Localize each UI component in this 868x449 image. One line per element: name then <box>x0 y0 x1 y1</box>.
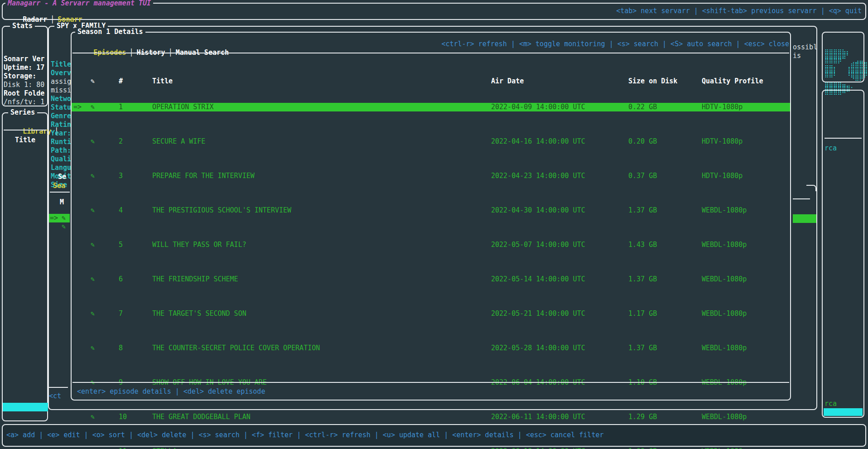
episode-number: 1 <box>119 103 152 111</box>
series-list-item[interactable]: Fruits <box>3 308 48 317</box>
series-list-item[interactable]: Storm o <box>3 162 48 170</box>
series-list-item[interactable]: House o <box>3 145 48 153</box>
series-list-item[interactable]: Elfen L <box>3 394 48 403</box>
series-list-item[interactable]: The Ter <box>3 179 48 188</box>
pencil-icon: ✎ <box>91 172 119 180</box>
episode-air-date: 2022-04-16 14:00:00 UTC <box>491 137 628 146</box>
series-list-item[interactable]: Fullmet <box>3 386 48 394</box>
series-details-fields: TitleOvervassigmissiNetwoStatuGenreRatin… <box>51 34 71 189</box>
selected-marker <box>73 309 91 318</box>
series-list-item[interactable]: The Leg <box>3 368 48 377</box>
field-label: assig <box>51 77 71 86</box>
poster-art: ⣶⣶⣶⣶⣦⡄⠀⠀⠀⠀⣿⣿⣿⣿⣿⠃⠀⠀⠀⠀⣿⣿⣿⡿⠁⠀⠀⣠⣤⡀⣤⣤⡀⠀⠀⢀⣾⣿⣿⣿… <box>825 34 868 96</box>
episode-row[interactable]: => ✎ 1 OPERATION STRIX 2022-04-09 14:00:… <box>72 103 790 111</box>
progress-bar <box>824 408 863 416</box>
episode-row[interactable]: ✎ 6 THE FRIENDSHIP SCHEME 2022-05-14 14:… <box>72 275 790 284</box>
overview-text-fragment: ossible <box>793 43 816 52</box>
series-list-item[interactable]: Hanniba <box>3 343 48 351</box>
series-list-item[interactable]: The Blu <box>3 256 48 265</box>
tab-library[interactable]: Library <box>23 127 51 135</box>
series-tab-underline <box>4 130 46 130</box>
stats-lines: Sonarr VerUptime: 17Storage:Disk 1: 80Ro… <box>4 29 47 106</box>
seasons-panel-title-fragment: Se <box>58 173 66 181</box>
series-list-item[interactable]: Cosmos <box>3 282 48 291</box>
episode-title: THE GREAT DODGEBALL PLAN <box>152 413 491 421</box>
episode-row[interactable]: ✎ 4 THE PRESTIGIOUS SCHOOL'S INTERVIEW 2… <box>72 206 790 215</box>
series-list: House o Game of Storm o The Enf The Ter … <box>3 145 48 420</box>
series-list-item[interactable]: Firefly <box>3 299 48 308</box>
stats-line: Root Folde <box>4 89 47 98</box>
right-label-fragment: rca <box>825 144 837 153</box>
selected-marker: => <box>50 214 58 222</box>
series-list-item[interactable]: The Exo <box>3 213 48 222</box>
episode-quality: WEBDL-1080p <box>702 447 789 449</box>
series-list-item[interactable]: A Disco <box>3 317 48 325</box>
series-list-item[interactable]: Westwor <box>3 325 48 334</box>
episode-size: 1.37 GB <box>628 206 702 215</box>
field-label: Genre <box>51 112 71 121</box>
series-list-item[interactable]: Moriart <box>3 196 48 205</box>
episode-size: 1.29 GB <box>628 413 702 421</box>
episode-size: 1.17 GB <box>628 309 702 318</box>
selected-marker <box>73 413 91 421</box>
episode-row[interactable]: ✎ 11 STELLA 2022-06-18 14:00:00 UTC 1.00… <box>72 447 790 449</box>
series-list-item[interactable]: The Enf <box>3 170 48 179</box>
app-title: Managarr - A Servarr management TUI <box>5 0 153 8</box>
hidden-panel-line-fragment <box>793 198 810 199</box>
pencil-icon: ✎ <box>91 206 119 215</box>
episode-number: 10 <box>119 413 152 421</box>
episode-air-date: 2022-05-07 14:00:00 UTC <box>491 241 628 249</box>
episode-number: 7 <box>119 309 152 318</box>
episode-number: 11 <box>119 447 152 449</box>
field-label: Year: <box>51 129 71 138</box>
episode-title: PREPARE FOR THE INTERVIEW <box>152 172 491 180</box>
series-list-item[interactable]: Game of <box>3 153 48 162</box>
selected-season-row-fragment[interactable]: => ✎ <box>49 214 70 222</box>
series-list-item[interactable]: Avatar: <box>3 360 48 368</box>
series-list-item[interactable]: The Out <box>3 188 48 196</box>
episode-quality: WEBDL-1080p <box>702 309 789 318</box>
popup-footer-line <box>72 382 789 383</box>
episode-number: 3 <box>119 172 152 180</box>
episode-row[interactable]: ✎ 7 THE TARGET'S SECOND SON 2022-05-21 1… <box>72 309 790 318</box>
stats-line: /nfs/tv: 1 <box>4 98 47 106</box>
series-list-item[interactable]: Chernob <box>3 222 48 231</box>
episode-row[interactable]: ✎ 8 THE COUNTER-SECRET POLICE COVER OPER… <box>72 344 790 352</box>
episode-size: 0.22 GB <box>628 103 702 111</box>
series-list-item[interactable]: Avatar: <box>3 351 48 360</box>
episode-title: THE FRIENDSHIP SCHEME <box>152 275 491 284</box>
series-list-item[interactable]: Planet <box>3 239 48 248</box>
episode-quality: WEBDL-1080p <box>702 241 789 249</box>
series-list-item[interactable]: Attack <box>3 291 48 299</box>
field-label: Statu <box>51 103 71 112</box>
field-label: Path: <box>51 146 71 155</box>
series-list-item[interactable]: Band of <box>3 231 48 239</box>
series-list-item[interactable]: Castle <box>3 205 48 213</box>
seasons-tab-underline-fragment <box>50 192 70 193</box>
right-label-fragment: rca <box>825 400 837 408</box>
field-label: Netwo <box>51 95 71 103</box>
field-label: Runti <box>51 138 71 146</box>
episode-number: 2 <box>119 137 152 146</box>
series-list-item[interactable]: Cosmos <box>3 274 48 282</box>
series-list-item[interactable]: The X-F <box>3 334 48 343</box>
episode-size: 1.00 GB <box>628 447 702 449</box>
right-panel-line <box>825 138 862 139</box>
episode-air-date: 2022-06-11 14:00:00 UTC <box>491 413 628 421</box>
series-list-item[interactable]: =>SPY x F <box>3 403 48 411</box>
pencil-icon: ✎ <box>91 447 119 449</box>
episode-number: 8 <box>119 344 152 352</box>
episode-row[interactable]: ✎ 3 PREPARE FOR THE INTERVIEW 2022-04-23… <box>72 172 790 180</box>
episode-row[interactable]: ✎ 10 THE GREAT DODGEBALL PLAN 2022-06-11… <box>72 413 790 421</box>
series-list-item[interactable]: Blue Pl <box>3 265 48 274</box>
episode-size: 1.43 GB <box>628 241 702 249</box>
series-list-item[interactable]: Outland <box>3 411 48 420</box>
managarr-screen: Managarr - A Servarr management TUI Rada… <box>0 0 868 449</box>
series-list-item[interactable]: Planet <box>3 248 48 256</box>
episode-row[interactable]: ✎ 2 SECURE A WIFE 2022-04-16 14:00:00 UT… <box>72 137 790 146</box>
series-list-item[interactable]: Fullmet <box>3 377 48 386</box>
selected-marker <box>73 275 91 284</box>
episode-row[interactable]: ✎ 5 WILL THEY PASS OR FAIL? 2022-05-07 1… <box>72 241 790 249</box>
overview-text-fragment: is <box>793 52 816 60</box>
seasons-tab-fragment[interactable]: Sea <box>53 182 65 190</box>
